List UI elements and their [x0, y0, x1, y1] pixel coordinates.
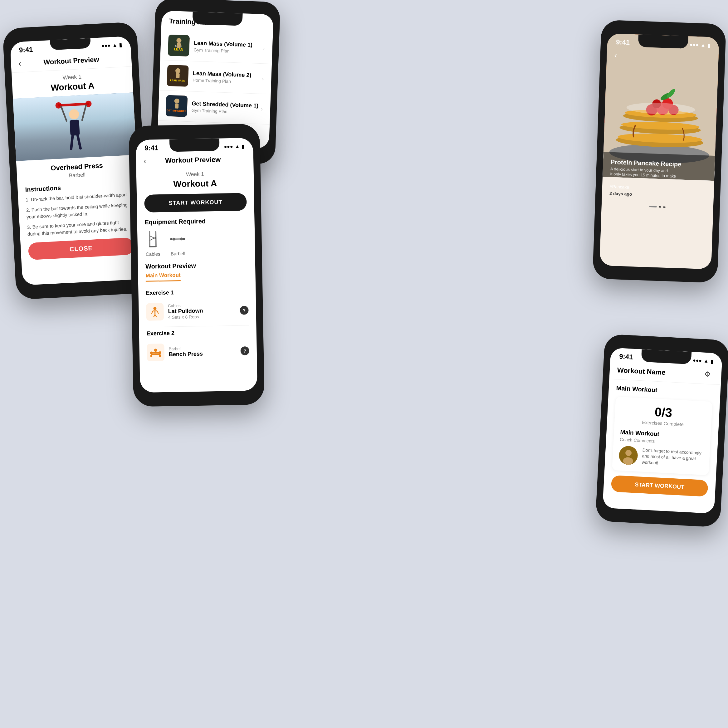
signal-icon: ●●●: [693, 358, 702, 364]
battery-icon: ▮: [710, 358, 713, 364]
plan-3-arrow-icon: ›: [261, 106, 263, 112]
lat-pulldown-icon: [146, 303, 164, 321]
start-workout-button[interactable]: START WORKOUT: [144, 193, 247, 213]
svg-line-58: [155, 315, 157, 317]
start-button-label: START WORKOUT: [635, 482, 684, 490]
svg-point-51: [180, 237, 183, 240]
progress-container: 0/3 Exercises Complete Main Workout Coac…: [612, 397, 713, 475]
phone-3-screen: 9:41 ●●● ▲ ▮ ‹: [600, 34, 719, 269]
svg-rect-16: [176, 73, 180, 78]
svg-point-62: [154, 349, 157, 352]
phone-3-notch: [638, 34, 688, 49]
svg-point-48: [183, 238, 185, 240]
svg-rect-44: [149, 246, 157, 247]
plan-1-info: Lean Mass (Volume 1) Gym Training Plan: [193, 40, 263, 55]
barbell-svg: [170, 236, 185, 242]
phone-1-screen: 9:41 ●●● ▲ ▮ ‹ Workout Preview Week 1 Wo…: [10, 36, 143, 285]
plan-item-get-shredded[interactable]: GET SHREDDED Get Shredded (Volume 1) Gym…: [158, 90, 271, 124]
phone-recipe: 9:41 ●●● ▲ ▮ ‹: [593, 20, 726, 283]
phone-4-week: Week 1: [136, 170, 254, 179]
plan-3-thumbnail: GET SHREDDED: [166, 95, 188, 117]
battery-icon: ▮: [707, 43, 711, 48]
main-workout-tab[interactable]: Main Workout: [145, 272, 180, 282]
phone-4-equipment-title: Equipment Required: [137, 217, 254, 226]
plan-1-thumbnail: LEAN MASS: [168, 35, 190, 57]
svg-rect-13: [177, 43, 181, 48]
exercise-2-label: Exercise 2: [139, 329, 257, 337]
svg-line-55: [157, 311, 159, 314]
phone-4-header: ‹ Workout Preview: [136, 152, 254, 170]
workout-preview-title: Workout Preview: [145, 261, 248, 270]
bench-press-icon: [147, 344, 164, 361]
close-button[interactable]: CLOSE: [28, 237, 134, 260]
svg-rect-42: [149, 231, 150, 246]
wifi-icon: ▲: [704, 358, 709, 364]
svg-point-47: [170, 238, 172, 240]
svg-rect-61: [159, 355, 161, 357]
signal-icon: ●●●: [224, 144, 233, 150]
lat-pulldown-info: Cables Lat Pulldown 4 Sets x 8 Reps: [168, 302, 240, 320]
bench-press-info: Barbell Bench Press: [169, 346, 241, 358]
coach-avatar-image: [618, 446, 638, 465]
recipe-date: 2 days ago: [609, 191, 706, 199]
coach-row: Don't forget to rest accordingly and mos…: [618, 446, 704, 469]
signal-icon: ●●●: [101, 43, 111, 49]
barbell-icon: [170, 229, 186, 249]
dot-3: [663, 206, 665, 208]
phone-workout-exercise: 9:41 ●●● ▲ ▮ ‹ Workout Preview Week 1 Wo…: [3, 21, 151, 300]
phone-3-status-icons: ●●● ▲ ▮: [690, 42, 710, 48]
exercise-1-label: Exercise 1: [138, 288, 255, 297]
phone-1-status-icons: ●●● ▲ ▮: [101, 42, 122, 49]
exercise-bench-press[interactable]: Barbell Bench Press ?: [139, 339, 257, 365]
equipment-barbell: Barbell: [170, 229, 186, 257]
phone-1-header-spacer: [118, 58, 124, 58]
plan-2-arrow-icon: ›: [262, 75, 264, 82]
phone-4-workout-name: Workout A: [136, 178, 254, 190]
phone-1-back-button[interactable]: ‹: [18, 59, 21, 68]
svg-line-45: [150, 236, 156, 239]
svg-rect-60: [150, 355, 152, 357]
svg-line-8: [78, 135, 81, 148]
lat-pulldown-svg: [149, 306, 161, 318]
battery-icon: ▮: [242, 144, 244, 150]
coach-comment-text: Don't forget to rest accordingly and mos…: [642, 447, 704, 468]
phone-workout-name: 9:41 ●●● ▲ ▮ Workout Name ⚙ Main Workout…: [595, 334, 728, 528]
plan-item-lean-mass-1[interactable]: LEAN MASS Lean Mass (Volume 1) Gym Train…: [160, 30, 273, 64]
plan-3-info: Get Shredded (Volume 1) Gym Training Pla…: [191, 100, 261, 115]
phone-1-instruction-2: 2. Push the bar towards the ceiling whil…: [19, 200, 140, 221]
plan-item-lean-mass-2[interactable]: LEAN MASS Lean Mass (Volume 2) Home Trai…: [159, 60, 272, 94]
svg-rect-20: [175, 104, 179, 109]
phone-4-title: Workout Preview: [146, 155, 240, 165]
svg-line-4: [81, 105, 87, 120]
phone-4-notch: [170, 139, 220, 152]
phone-3-time: 9:41: [616, 38, 630, 47]
phone-4-screen: 9:41 ●●● ▲ ▮ ‹ Workout Preview Week 1 Wo…: [136, 138, 257, 393]
start-button[interactable]: START WORKOUT: [611, 475, 708, 497]
wifi-icon: ▲: [235, 144, 240, 150]
plan-3-thumb-img: GET SHREDDED: [166, 95, 188, 117]
barbell-label: Barbell: [171, 251, 185, 257]
lat-pulldown-info-button[interactable]: ?: [240, 306, 248, 315]
svg-rect-6: [70, 119, 80, 136]
bench-press-info-button[interactable]: ?: [240, 346, 249, 355]
svg-rect-0: [58, 102, 89, 107]
exercise-lat-pulldown[interactable]: Cables Lat Pulldown 4 Sets x 8 Reps ?: [139, 298, 256, 324]
phone-1-exercise-image: [13, 92, 136, 161]
exercise-person-illustration: [54, 95, 95, 153]
phone-3-back-button[interactable]: ‹: [614, 51, 617, 60]
phone-5-time: 9:41: [619, 352, 633, 361]
phone-4-time: 9:41: [144, 144, 158, 152]
plan-2-thumb-img: LEAN MASS: [167, 65, 188, 87]
plan-2-info: Lean Mass (Volume 2) Home Training Plan: [193, 70, 262, 85]
workout-preview-section: Workout Preview Main Workout: [138, 261, 255, 287]
lat-pulldown-sets: 4 Sets x 8 Reps: [168, 314, 240, 320]
phone-1-time: 9:41: [19, 46, 33, 54]
svg-line-3: [61, 106, 66, 121]
phone-1-instruction-3: 3. Be sure to keep your core and glutes …: [19, 218, 141, 238]
svg-line-54: [151, 311, 153, 314]
phone-5-title: Workout Name: [617, 366, 665, 377]
dot-1: [649, 206, 657, 208]
svg-point-52: [153, 307, 156, 310]
settings-gear-icon[interactable]: ⚙: [704, 370, 714, 380]
svg-rect-59: [151, 353, 161, 355]
